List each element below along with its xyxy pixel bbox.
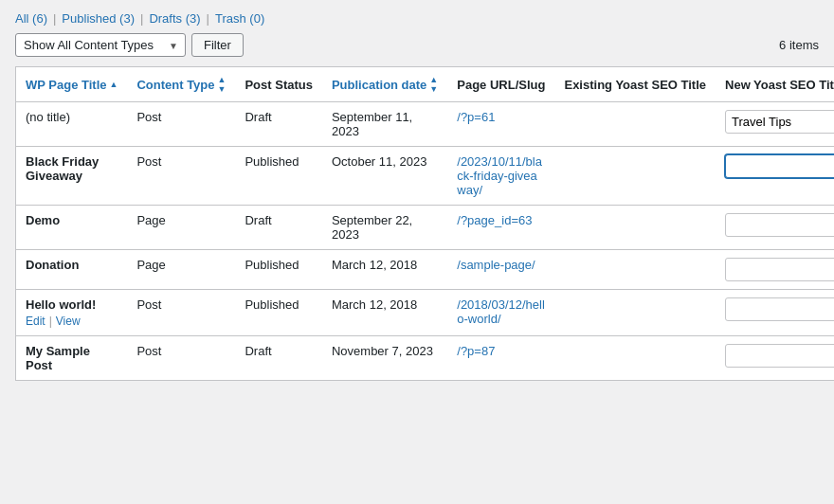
cell-existing-seo — [554, 206, 716, 250]
cell-url: /2018/03/12/hello-world/ — [447, 290, 554, 336]
filter-trash[interactable]: Trash (0) — [215, 11, 264, 26]
cell-title: Black Friday Giveaway — [16, 147, 128, 206]
toolbar: Show All Content Types ▼ Filter 6 items — [15, 33, 819, 57]
new-seo-input[interactable] — [725, 258, 834, 281]
cell-url: /2023/10/11/black-friday-giveaway/ — [447, 147, 554, 206]
cell-url: /sample-page/ — [447, 250, 554, 290]
cell-content-type: Page — [127, 206, 235, 250]
table-row: Hello world!Edit|ViewPostPublishedMarch … — [16, 290, 835, 336]
cell-new-seo — [716, 102, 834, 147]
cell-post-status: Published — [235, 290, 322, 336]
row-actions: Edit|View — [26, 315, 118, 328]
col-wp-page-title: WP Page Title ▲ — [16, 67, 128, 102]
table-row: My Sample PostPostDraftNovember 7, 2023/… — [16, 336, 835, 381]
cell-publication-date: November 7, 2023 — [322, 336, 447, 381]
cell-title: My Sample Post — [16, 336, 128, 381]
sort-publication-date[interactable]: Publication date ▲▼ — [332, 75, 438, 94]
cell-content-type: Page — [127, 250, 235, 290]
new-seo-input[interactable] — [725, 344, 834, 368]
cell-title: Donation — [16, 250, 128, 290]
cell-publication-date: September 22, 2023 — [322, 206, 447, 250]
cell-publication-date: March 12, 2018 — [322, 290, 447, 336]
page-url-link[interactable]: /2018/03/12/hello-world/ — [457, 297, 545, 326]
filter-all[interactable]: All (6) — [15, 11, 47, 26]
table-row: Black Friday GiveawayPostPublishedOctobe… — [16, 147, 835, 206]
separator-3: | — [207, 11, 209, 26]
page-url-link[interactable]: /?page_id=63 — [457, 213, 532, 227]
new-seo-input[interactable] — [725, 154, 834, 178]
cell-title: Demo — [16, 206, 128, 250]
wp-page-title: Black Friday Giveaway — [26, 154, 99, 183]
cell-content-type: Post — [127, 147, 235, 206]
separator-2: | — [140, 11, 143, 26]
cell-url: /?page_id=63 — [447, 206, 554, 250]
cell-new-seo — [716, 250, 834, 290]
row-action-separator: | — [49, 315, 52, 328]
wp-page-title: My Sample Post — [26, 344, 90, 372]
cell-existing-seo — [554, 147, 716, 206]
wp-page-title: Donation — [26, 258, 79, 272]
col-publication-date: Publication date ▲▼ — [322, 67, 447, 102]
content-type-select[interactable]: Show All Content Types — [15, 33, 186, 57]
cell-existing-seo — [554, 336, 716, 381]
col-post-status: Post Status — [235, 67, 322, 102]
cell-publication-date: March 12, 2018 — [322, 250, 447, 290]
row-action-edit[interactable]: Edit — [26, 315, 45, 328]
col-existing-seo: Existing Yoast SEO Title — [554, 67, 716, 102]
page-url-link[interactable]: /sample-page/ — [457, 258, 535, 272]
cell-url: /?p=61 — [447, 102, 554, 147]
cell-title: (no title) — [16, 102, 128, 147]
table-row: DonationPagePublishedMarch 12, 2018/samp… — [16, 250, 835, 290]
content-table: WP Page Title ▲ Content Type ▲▼ Post Sta… — [15, 66, 834, 381]
cell-existing-seo — [554, 102, 716, 147]
cell-post-status: Published — [235, 250, 322, 290]
sort-arrow-wp-page-title: ▲ — [110, 80, 118, 89]
wp-page-title: Demo — [26, 213, 60, 227]
table-header-row: WP Page Title ▲ Content Type ▲▼ Post Sta… — [16, 67, 835, 102]
filter-drafts[interactable]: Drafts (3) — [149, 11, 200, 26]
sort-wp-page-title[interactable]: WP Page Title ▲ — [26, 78, 118, 92]
sort-arrow-publication-date: ▲▼ — [429, 75, 438, 94]
separator-1: | — [53, 11, 56, 26]
filter-links: All (6) | Published (3) | Drafts (3) | T… — [15, 11, 819, 26]
col-content-type: Content Type ▲▼ — [127, 67, 235, 102]
new-seo-input[interactable] — [725, 213, 834, 237]
cell-new-seo — [716, 147, 834, 206]
filter-published[interactable]: Published (3) — [62, 11, 135, 26]
sort-arrow-content-type: ▲▼ — [218, 75, 227, 94]
table-row: (no title)PostDraftSeptember 11, 2023/?p… — [16, 102, 835, 147]
cell-post-status: Draft — [235, 206, 322, 250]
page-url-link[interactable]: /2023/10/11/black-friday-giveaway/ — [457, 154, 542, 197]
sort-content-type[interactable]: Content Type ▲▼ — [136, 75, 226, 94]
new-seo-input[interactable] — [725, 297, 834, 321]
new-seo-input[interactable] — [725, 110, 834, 134]
col-page-url: Page URL/Slug — [447, 67, 554, 102]
cell-publication-date: September 11, 2023 — [322, 102, 447, 147]
col-new-seo: New Yoast SEO Title — [716, 67, 834, 102]
table-row: DemoPageDraftSeptember 22, 2023/?page_id… — [16, 206, 835, 250]
cell-post-status: Draft — [235, 102, 322, 147]
cell-post-status: Draft — [235, 336, 322, 381]
page-url-link[interactable]: /?p=61 — [457, 110, 495, 124]
page-url-link[interactable]: /?p=87 — [457, 344, 495, 358]
cell-title: Hello world!Edit|View — [16, 290, 128, 336]
cell-new-seo — [716, 206, 834, 250]
cell-publication-date: October 11, 2023 — [322, 147, 447, 206]
cell-new-seo — [716, 290, 834, 336]
cell-existing-seo — [554, 250, 716, 290]
cell-content-type: Post — [127, 290, 235, 336]
wp-page-title: Hello world! — [26, 297, 96, 312]
cell-existing-seo — [554, 290, 716, 336]
cell-new-seo — [716, 336, 834, 381]
cell-content-type: Post — [127, 102, 235, 147]
wp-page-title: (no title) — [26, 110, 70, 124]
row-action-view[interactable]: View — [56, 315, 81, 328]
filter-button[interactable]: Filter — [191, 33, 244, 57]
cell-content-type: Post — [127, 336, 235, 381]
cell-post-status: Published — [235, 147, 322, 206]
content-type-select-wrapper: Show All Content Types ▼ — [15, 33, 186, 57]
cell-url: /?p=87 — [447, 336, 554, 381]
items-count: 6 items — [779, 38, 819, 52]
